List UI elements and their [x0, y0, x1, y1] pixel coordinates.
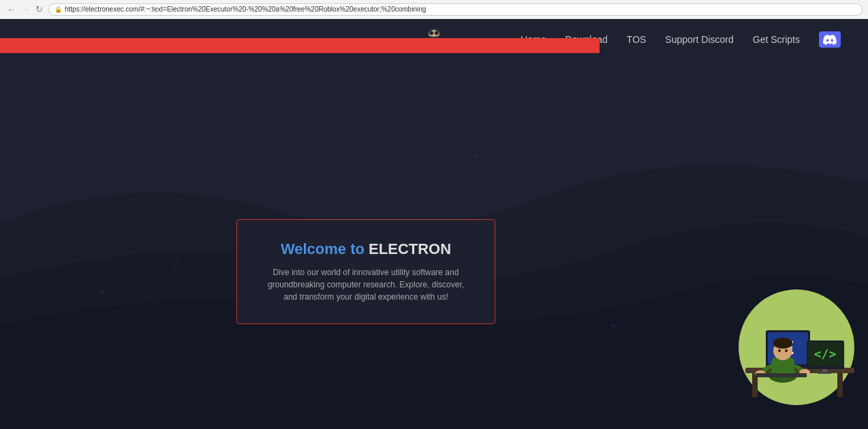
welcome-card: Welcome to ELECTRON Dive into our world …	[236, 219, 495, 324]
url-text: https://electronexec.com/#:~:text=Electr…	[65, 5, 426, 13]
website-container: Home Download TOS Support Discord Get Sc…	[0, 19, 868, 429]
coding-illustration: E </>	[732, 286, 868, 405]
svg-point-37	[778, 349, 781, 352]
svg-rect-32	[818, 372, 831, 374]
svg-text:</>: </>	[814, 347, 837, 361]
svg-point-36	[773, 338, 792, 349]
main-content: Welcome to ELECTRON Dive into our world …	[0, 60, 868, 429]
welcome-title: Welcome to ELECTRON	[264, 240, 467, 258]
nav-tos[interactable]: TOS	[627, 34, 647, 45]
svg-rect-17	[435, 31, 439, 35]
browser-controls: ← → ↻	[5, 4, 44, 14]
welcome-description: Dive into our world of innovative utilit…	[264, 266, 467, 303]
svg-rect-16	[429, 31, 433, 35]
lock-icon: 🔒	[55, 6, 62, 13]
reload-button[interactable]: ↻	[34, 4, 44, 14]
nav-support-discord[interactable]: Support Discord	[665, 34, 733, 45]
address-bar[interactable]: 🔒 https://electronexec.com/#:~:text=Elec…	[48, 3, 863, 16]
back-button[interactable]: ←	[5, 4, 17, 14]
svg-point-38	[785, 349, 788, 352]
notification-bar	[0, 38, 600, 53]
nav-get-scripts[interactable]: Get Scripts	[753, 34, 800, 45]
browser-chrome: ← → ↻ 🔒 https://electronexec.com/#:~:tex…	[0, 0, 868, 19]
svg-rect-22	[837, 373, 843, 397]
discord-icon[interactable]	[819, 31, 841, 48]
forward-button[interactable]: →	[20, 4, 31, 14]
hero-illustration: E </>	[732, 286, 868, 402]
brand-name: ELECTRON	[369, 240, 451, 257]
svg-rect-31	[822, 369, 827, 372]
welcome-prefix: Welcome to	[281, 240, 369, 257]
svg-rect-41	[756, 373, 807, 377]
